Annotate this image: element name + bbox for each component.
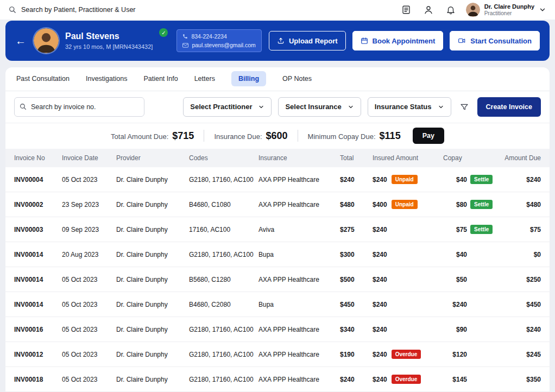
chevron-down-icon	[258, 104, 264, 110]
invoice-table-header: Invoice NoInvoice DateProviderCodesInsur…	[5, 149, 550, 167]
tabs: Past ConsultationInvestigationsPatient I…	[5, 67, 550, 91]
invoice-row[interactable]: INV0000309 Sep 2023Dr. Claire Dunphy1716…	[5, 217, 550, 242]
settle-button[interactable]: Settle	[470, 175, 493, 184]
pay-button[interactable]: Pay	[413, 128, 444, 144]
total: $240	[340, 176, 373, 184]
insured-amount: $240	[373, 326, 387, 333]
divider	[298, 130, 298, 142]
copay-amount: $90	[443, 326, 467, 333]
insurance: Bupa	[258, 301, 340, 308]
upload-report-label: Upload Report	[289, 37, 338, 45]
invoice-date: 05 Oct 2023	[62, 376, 116, 383]
invoice-row[interactable]: INV0001405 Oct 2023Dr. Claire DunphyB468…	[5, 292, 550, 317]
column-header: Amount Due	[501, 154, 541, 162]
user-icon[interactable]	[423, 4, 434, 15]
copay-amount: $50	[443, 276, 467, 283]
global-search-input[interactable]	[21, 6, 217, 14]
insurance-status-badge: Unpaid	[392, 200, 418, 209]
invoice-number: INV00014	[14, 251, 62, 258]
chevron-down-icon	[348, 104, 354, 110]
patient-avatar	[34, 28, 59, 53]
insured-amount: $240	[373, 301, 387, 308]
tab-letters[interactable]: Letters	[194, 71, 215, 86]
total: $480	[340, 201, 373, 208]
codes: G2180, 17160, AC100	[189, 351, 258, 358]
amount-due: $240	[501, 326, 541, 333]
divider	[204, 130, 204, 142]
invoice-row[interactable]: INV0001605 Oct 2023Dr. Claire DunphyG218…	[5, 317, 550, 342]
tab-past-consultation[interactable]: Past Consultation	[16, 71, 70, 86]
insurance: Aviva	[258, 226, 340, 233]
book-appointment-button[interactable]: Book Appointment	[352, 31, 444, 50]
copay-amount: $240	[443, 301, 467, 308]
logs-icon[interactable]	[401, 4, 412, 15]
filter-icon[interactable]	[458, 97, 471, 117]
content-card: Past ConsultationInvestigationsPatient I…	[5, 67, 550, 392]
insured-amount-cell: $400Unpaid	[373, 200, 443, 209]
total: $190	[340, 351, 373, 358]
invoice-row[interactable]: INV0001205 Oct 2023Dr. Claire DunphyG218…	[5, 342, 550, 367]
global-search[interactable]	[9, 6, 401, 14]
back-button[interactable]: ←	[15, 35, 26, 47]
tab-op-notes[interactable]: OP Notes	[282, 71, 312, 86]
tab-patient-info[interactable]: Patient Info	[143, 71, 178, 86]
copay-cell: $50	[443, 276, 501, 283]
total-due-value: $715	[172, 130, 194, 142]
codes: 17160, AC100	[189, 226, 258, 233]
insured-amount: $240	[373, 351, 387, 358]
invoice-date: 09 Sep 2023	[62, 226, 116, 233]
chevron-down-icon[interactable]	[539, 6, 546, 14]
invoice-row[interactable]: INV0000405 Oct 2023Dr. Claire DunphyG218…	[5, 167, 550, 192]
upload-report-button[interactable]: Upload Report	[269, 31, 346, 50]
invoice-search-input[interactable]	[14, 97, 144, 117]
column-header: Total	[340, 154, 373, 162]
invoice-table-body: INV0000405 Oct 2023Dr. Claire DunphyG218…	[5, 167, 550, 392]
patient-name: Paul Stevens	[65, 31, 153, 41]
create-invoice-button[interactable]: Create Invoice	[477, 97, 541, 117]
total: $275	[340, 226, 373, 233]
insurance: AXA PPP Healthcare	[258, 276, 340, 283]
insurance: AXA PPP Healthcare	[258, 326, 340, 333]
amount-due: $245	[501, 351, 541, 358]
invoice-row[interactable]: INV0001805 Oct 2023Dr. Claire DunphyG218…	[5, 367, 550, 392]
start-consultation-button[interactable]: Start Consultation	[450, 31, 540, 50]
insurance-due-value: $600	[266, 130, 288, 142]
tab-investigations[interactable]: Investigations	[86, 71, 127, 86]
invoice-row[interactable]: INV0001420 Aug 2023Dr. Claire DunphyG218…	[5, 242, 550, 267]
column-header: Insured Amount	[373, 154, 443, 162]
column-header: Insurance	[258, 154, 340, 162]
user-menu[interactable]: Dr. Claire Dunphy Practitioner	[466, 3, 546, 17]
insured-amount-cell: $240	[373, 226, 443, 233]
total: $500	[340, 276, 373, 283]
copay-amount: $80	[443, 201, 467, 208]
patient-meta: 32 yrs 10 mos, M [MRN4343432]	[65, 43, 153, 50]
insurance-dropdown-label: Select Insurance	[285, 103, 341, 111]
invoice-number: INV00016	[14, 326, 62, 333]
invoice-row[interactable]: INV0001405 Oct 2023Dr. Claire DunphyB568…	[5, 267, 550, 292]
copay-cell: $40	[443, 251, 501, 258]
filter-bar: Select Practitioner Select Insurance Ins…	[5, 91, 550, 123]
practitioner-dropdown[interactable]: Select Practitioner	[183, 97, 272, 117]
invoice-date: 05 Oct 2023	[62, 326, 116, 333]
insured-amount: $240	[373, 376, 387, 383]
invoice-row[interactable]: INV0000223 Sep 2023Dr. Claire DunphyB468…	[5, 192, 550, 217]
insurance-due-label: Insurance Due:	[214, 132, 262, 141]
total-due-label: Total Amount Due:	[111, 132, 168, 141]
settle-button[interactable]: Settle	[470, 200, 493, 209]
invoice-search[interactable]	[14, 97, 144, 117]
bell-icon[interactable]	[445, 4, 456, 15]
verified-icon: ✓	[159, 28, 168, 37]
codes: B4680, C2080	[189, 301, 258, 308]
patient-email: paul.stevens@gmail.com	[192, 42, 255, 48]
invoice-date: 05 Oct 2023	[62, 351, 116, 358]
user-role: Practitioner	[484, 10, 534, 17]
provider: Dr. Claire Dunphy	[116, 201, 189, 208]
copay-cell: $240	[443, 301, 501, 308]
insurance-status-dropdown[interactable]: Insurance Status	[368, 97, 451, 117]
insurance: AXA PPP Healthcare	[258, 176, 340, 184]
total: $240	[340, 376, 373, 383]
insurance-dropdown[interactable]: Select Insurance	[278, 97, 361, 117]
chevron-down-icon	[438, 104, 444, 110]
settle-button[interactable]: Settle	[470, 225, 493, 234]
tab-billing[interactable]: Billing	[231, 71, 266, 86]
